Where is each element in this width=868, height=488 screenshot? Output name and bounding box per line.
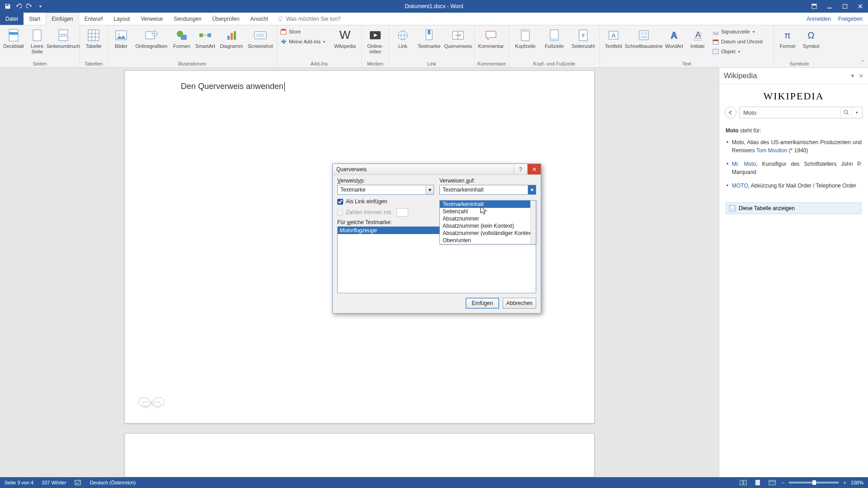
wiki-link[interactable]: Mr. Moto bbox=[732, 161, 756, 167]
maximize-icon[interactable] bbox=[837, 0, 853, 13]
dropdown-option[interactable]: Absatznummer bbox=[440, 215, 536, 222]
wikipedia-button[interactable]: WWikipedia bbox=[331, 27, 359, 49]
close-icon[interactable] bbox=[853, 0, 868, 13]
tab-start[interactable]: Start bbox=[24, 13, 46, 25]
crossref-dialog: Querverweis ? ✕ Verweistyp: Textmarke▾ A… bbox=[332, 164, 541, 314]
wordart-button[interactable]: AWordArt bbox=[663, 27, 685, 49]
dialog-titlebar[interactable]: Querverweis ? ✕ bbox=[333, 164, 541, 175]
footer-button[interactable]: Fußzeile bbox=[541, 27, 568, 49]
search-input[interactable] bbox=[740, 109, 840, 116]
dropdown-option[interactable]: Seitenzahl bbox=[440, 208, 536, 215]
tab-sendungen[interactable]: Sendungen bbox=[168, 13, 207, 25]
search-icon[interactable] bbox=[840, 107, 851, 118]
dialog-close-icon[interactable]: ✕ bbox=[527, 164, 541, 174]
group-links-label: Link bbox=[392, 60, 472, 66]
svg-rect-7 bbox=[9, 32, 18, 35]
document-page-next[interactable] bbox=[124, 433, 594, 477]
chevron-down-icon[interactable]: ▾ bbox=[425, 185, 434, 194]
web-layout-icon[interactable] bbox=[767, 479, 777, 487]
signature-icon bbox=[712, 28, 719, 35]
equation-button[interactable]: πFormel bbox=[777, 27, 798, 49]
dropdown-scrollbar[interactable] bbox=[530, 201, 536, 244]
comment-button[interactable]: Kommentar bbox=[477, 27, 505, 49]
search-dropdown-icon[interactable]: ▾ bbox=[851, 107, 862, 118]
tab-ueberpruefen[interactable]: Überprüfen bbox=[207, 13, 245, 25]
signature-line-button[interactable]: Signaturzeile▾ bbox=[712, 27, 771, 36]
page-number-button[interactable]: #Seitenzahl bbox=[570, 27, 597, 49]
screenshot-button[interactable]: Screenshot bbox=[247, 27, 274, 49]
pane-close-icon[interactable]: ✕ bbox=[859, 73, 863, 79]
zoom-level[interactable]: 100% bbox=[851, 480, 863, 485]
undo-icon[interactable] bbox=[14, 1, 24, 11]
chart-button[interactable]: Diagramm bbox=[218, 27, 245, 49]
qat-more-icon[interactable]: ▾ bbox=[35, 1, 45, 11]
read-mode-icon[interactable] bbox=[738, 479, 748, 487]
zoom-slider[interactable] bbox=[789, 482, 839, 483]
language-indicator[interactable]: Deutsch (Österreich) bbox=[90, 480, 136, 485]
pane-dropdown-icon[interactable]: ▼ bbox=[850, 73, 855, 79]
my-addins-button[interactable]: Meine Add-Ins▾ bbox=[280, 37, 330, 46]
date-time-button[interactable]: Datum und Uhrzeit bbox=[712, 37, 771, 46]
dropdown-option[interactable]: Absatznummer (vollständiger Kontext) bbox=[440, 230, 536, 237]
resize-grip-icon[interactable]: ⋰ bbox=[531, 287, 535, 292]
dropdown-option[interactable]: Oben/unten bbox=[440, 237, 536, 244]
dropdown-option[interactable]: Textmarkeninhalt bbox=[440, 201, 536, 208]
object-button[interactable]: Objekt▾ bbox=[712, 47, 771, 56]
tell-me[interactable]: Was möchten Sie tun? bbox=[277, 13, 340, 25]
collapse-ribbon-icon[interactable]: ˄ bbox=[862, 60, 864, 66]
table-button[interactable]: Tabelle bbox=[83, 27, 104, 49]
group-addins: Store Meine Add-Ins▾ WWikipedia Add-Ins bbox=[277, 25, 362, 67]
signin-link[interactable]: Anmelden bbox=[807, 16, 831, 22]
bookmark-button[interactable]: Textmarke bbox=[415, 27, 443, 49]
share-button[interactable]: Freigeben bbox=[838, 16, 863, 22]
page-break-button[interactable]: Seitenumbruch bbox=[50, 27, 77, 49]
store-button[interactable]: Store bbox=[280, 27, 330, 36]
dropcap-button[interactable]: AInitiale bbox=[687, 27, 708, 49]
chevron-down-icon[interactable]: ▾ bbox=[528, 185, 536, 194]
tab-layout[interactable]: Layout bbox=[108, 13, 135, 25]
wiki-link[interactable]: Tom Moulton bbox=[756, 147, 788, 154]
aslink-checkbox[interactable]: Als Link einfügen bbox=[337, 198, 434, 205]
cancel-button[interactable]: Abbrechen bbox=[503, 298, 536, 309]
ribbon-display-icon[interactable] bbox=[807, 0, 822, 13]
minimize-icon[interactable] bbox=[822, 0, 837, 13]
svg-rect-58 bbox=[755, 480, 760, 485]
crossref-button[interactable]: Querverweis bbox=[444, 27, 472, 49]
insertref-combo[interactable]: Textmarkeninhalt▾ bbox=[439, 185, 536, 195]
tab-ansicht[interactable]: Ansicht bbox=[245, 13, 274, 25]
header-button[interactable]: Kopfzeile bbox=[512, 27, 539, 49]
quickparts-button[interactable]: Schnellbausteine bbox=[626, 27, 661, 49]
pictures-button[interactable]: Bilder bbox=[110, 27, 132, 49]
tab-verweise[interactable]: Verweise bbox=[135, 13, 168, 25]
print-layout-icon[interactable] bbox=[753, 479, 763, 487]
shapes-button[interactable]: Formen bbox=[171, 27, 193, 49]
online-video-button[interactable]: Online-video bbox=[364, 27, 386, 54]
svg-rect-34 bbox=[521, 30, 529, 32]
tab-file[interactable]: Datei bbox=[0, 13, 24, 25]
symbol-button[interactable]: ΩSymbol bbox=[800, 27, 822, 49]
zoom-out-icon[interactable]: − bbox=[782, 480, 784, 485]
blank-page-button[interactable]: Leere Seite bbox=[26, 27, 48, 54]
back-button[interactable] bbox=[725, 107, 736, 118]
group-pages: Deckblatt Leere Seite Seitenumbruch Seit… bbox=[0, 25, 80, 67]
online-pictures-button[interactable]: Onlinegrafiken bbox=[134, 27, 169, 49]
textbox-button[interactable]: ATextfeld bbox=[603, 27, 624, 49]
word-count[interactable]: 337 Wörter bbox=[42, 480, 66, 485]
smartart-button[interactable]: SmartArt bbox=[194, 27, 216, 49]
page-indicator[interactable]: Seite 3 von 4 bbox=[5, 480, 33, 485]
svg-rect-9 bbox=[59, 30, 68, 34]
dialog-help-icon[interactable]: ? bbox=[514, 164, 527, 174]
save-icon[interactable] bbox=[3, 1, 13, 11]
redo-icon[interactable] bbox=[24, 1, 34, 11]
proofing-icon[interactable] bbox=[75, 479, 82, 486]
show-table-button[interactable]: Diese Tabelle anzeigen bbox=[726, 202, 862, 214]
tab-entwurf[interactable]: Entwurf bbox=[79, 13, 108, 25]
zoom-in-icon[interactable]: + bbox=[843, 480, 846, 485]
link-button[interactable]: Link bbox=[392, 27, 414, 49]
insert-button[interactable]: Einfügen bbox=[466, 298, 499, 309]
cover-page-button[interactable]: Deckblatt bbox=[3, 27, 24, 49]
dropdown-option[interactable]: Absatznummer (kein Kontext) bbox=[440, 222, 536, 230]
reftype-combo[interactable]: Textmarke▾ bbox=[337, 185, 434, 195]
tab-einfuegen[interactable]: Einfügen bbox=[46, 13, 79, 25]
wiki-link[interactable]: MOTO bbox=[732, 183, 748, 189]
